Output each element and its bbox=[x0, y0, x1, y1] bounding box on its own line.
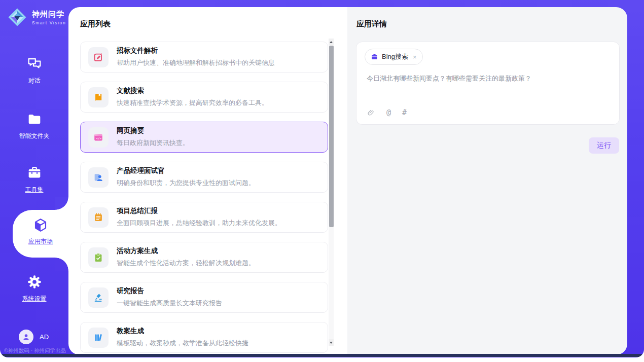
app-description: 全面回顾项目进展，总结经验教训，助力未来优化发展。 bbox=[117, 219, 281, 228]
diamond-logo-icon bbox=[7, 7, 28, 28]
app-card-pm-interviewer[interactable]: 产品经理面试官 明确身份和职责，为您提供专业性的面试问题。 bbox=[80, 162, 328, 193]
app-title: 文献搜索 bbox=[117, 87, 268, 95]
sidebar-item-label: 应用市场 bbox=[13, 237, 68, 246]
app-list: 招标文件解析 帮助用户快速、准确地理解和解析招标书中的关键信息 文 bbox=[80, 42, 328, 355]
copyright-text: ©神州数码 · 神州问学出品 bbox=[4, 347, 66, 354]
brand-subtitle: Smart Vision bbox=[32, 20, 66, 25]
sidebar-item-label: 系统设置 bbox=[0, 295, 68, 303]
prompt-composer: Bing搜索 × 今日湖北有哪些新闻要点？有哪些需要关注的最新政策？ @ # bbox=[356, 42, 620, 125]
sidebar-item-settings[interactable]: 系统设置 bbox=[0, 274, 68, 303]
briefcase-icon bbox=[371, 53, 378, 61]
memo-icon bbox=[88, 207, 109, 228]
prompt-text-input[interactable]: 今日湖北有哪些新闻要点？有哪些需要关注的最新政策？ bbox=[367, 74, 609, 84]
interviewer-icon bbox=[88, 167, 109, 188]
books-icon bbox=[88, 328, 109, 348]
app-card-research-report[interactable]: 研究报告 一键智能生成高质量长文本研究报告 bbox=[80, 282, 328, 313]
app-description: 一键智能生成高质量长文本研究报告 bbox=[117, 299, 222, 308]
clipboard-check-icon bbox=[88, 247, 109, 268]
sidebar-item-toolset[interactable]: 工具集 bbox=[0, 165, 68, 194]
app-title: 项目总结汇报 bbox=[117, 207, 281, 215]
app-window: 神州问学 Smart Vision 对话 bbox=[0, 0, 644, 357]
tool-chip-bing-search[interactable]: Bing搜索 × bbox=[365, 49, 423, 65]
app-detail-panel: 应用详情 Bing搜索 × 今日湖北有哪些新闻要点？有哪些需要关注的最新政策？ bbox=[347, 7, 627, 355]
app-description: 明确身份和职责，为您提供专业性的面试问题。 bbox=[117, 178, 255, 188]
sidebar-item-label: 工具集 bbox=[0, 186, 68, 194]
app-card-lesson-plan[interactable]: 教案生成 模板驱动，教案秒成，教学准备从此轻松快捷 bbox=[80, 322, 328, 353]
app-title: 网页摘要 bbox=[117, 127, 189, 135]
user-account[interactable]: AD bbox=[19, 330, 49, 344]
app-description: 智能生成个性化活动方案，轻松解决规划难题。 bbox=[117, 259, 255, 268]
user-name: AD bbox=[40, 333, 49, 341]
bid-document-icon bbox=[88, 47, 109, 67]
book-icon bbox=[88, 87, 109, 107]
triangle-down-icon bbox=[330, 342, 333, 344]
app-title: 招标文件解析 bbox=[117, 47, 275, 55]
hashtag-icon[interactable]: # bbox=[402, 108, 407, 117]
app-card-project-report[interactable]: 项目总结汇报 全面回顾项目进展，总结经验教训，助力未来优化发展。 bbox=[80, 202, 328, 233]
screen: 神州问学 Smart Vision 对话 bbox=[0, 0, 644, 362]
app-card-literature-search[interactable]: 文献搜索 快速精准查找学术资源，提高研究效率的必备工具。 bbox=[80, 82, 328, 113]
sidebar-item-smart-folder[interactable]: 智能文件夹 bbox=[0, 111, 68, 140]
folder-icon bbox=[26, 111, 43, 127]
scrollbar-thumb[interactable] bbox=[329, 46, 334, 227]
brand-title: 神州问学 bbox=[32, 10, 66, 19]
content-area: 应用列表 招标文件解析 帮助用户快速、准确地理解和解析招标书 bbox=[68, 7, 627, 355]
svg-text:</>: </> bbox=[96, 136, 101, 139]
sidebar: 神州问学 Smart Vision 对话 bbox=[0, 0, 68, 357]
scroll-down-button[interactable] bbox=[329, 339, 334, 346]
app-description: 每日政府新闻资讯快查。 bbox=[117, 138, 189, 148]
app-list-panel: 应用列表 招标文件解析 帮助用户快速、准确地理解和解析招标书 bbox=[68, 7, 347, 355]
app-description: 模板驱动，教案秒成，教学准备从此轻松快捷 bbox=[117, 339, 248, 348]
tool-chip-label: Bing搜索 bbox=[382, 52, 408, 61]
scroll-up-button[interactable] bbox=[329, 39, 334, 45]
app-list-heading: 应用列表 bbox=[80, 19, 111, 29]
gear-icon bbox=[26, 274, 43, 290]
mention-icon[interactable]: @ bbox=[386, 108, 391, 117]
app-description: 快速精准查找学术资源，提高研究效率的必备工具。 bbox=[117, 98, 268, 107]
app-detail-heading: 应用详情 bbox=[356, 19, 387, 29]
list-scrollbar[interactable] bbox=[329, 39, 334, 346]
cube-icon bbox=[32, 217, 49, 233]
chat-icon bbox=[26, 56, 43, 72]
attachment-icon[interactable] bbox=[367, 108, 375, 117]
composer-toolbar: @ # bbox=[367, 108, 407, 117]
toolbox-icon bbox=[26, 165, 43, 181]
app-description: 帮助用户快速、准确地理解和解析招标书中的关键信息 bbox=[117, 58, 275, 67]
app-title: 产品经理面试官 bbox=[117, 167, 255, 175]
run-button[interactable]: 运行 bbox=[589, 137, 619, 154]
sidebar-item-app-market[interactable]: 应用市场 bbox=[13, 210, 68, 258]
app-card-event-plan[interactable]: 活动方案生成 智能生成个性化活动方案，轻松解决规划难题。 bbox=[80, 242, 328, 273]
app-title: 研究报告 bbox=[117, 287, 222, 295]
brand-logo: 神州问学 Smart Vision bbox=[7, 7, 66, 28]
sidebar-item-label: 智能文件夹 bbox=[0, 132, 68, 140]
app-title: 教案生成 bbox=[117, 327, 248, 335]
avatar bbox=[19, 330, 33, 344]
sidebar-item-chat[interactable]: 对话 bbox=[0, 56, 68, 85]
app-title: 活动方案生成 bbox=[117, 247, 255, 255]
app-card-web-summary[interactable]: </> 网页摘要 每日政府新闻资讯快查。 bbox=[80, 122, 328, 153]
bottom-edge-bar bbox=[2, 354, 642, 357]
triangle-up-icon bbox=[330, 41, 333, 43]
app-card-bid-parse[interactable]: 招标文件解析 帮助用户快速、准确地理解和解析招标书中的关键信息 bbox=[80, 42, 328, 73]
chip-close-icon[interactable]: × bbox=[413, 53, 417, 61]
webpage-code-icon: </> bbox=[88, 127, 109, 148]
sidebar-item-label: 对话 bbox=[0, 77, 68, 85]
microscope-icon bbox=[88, 287, 109, 308]
